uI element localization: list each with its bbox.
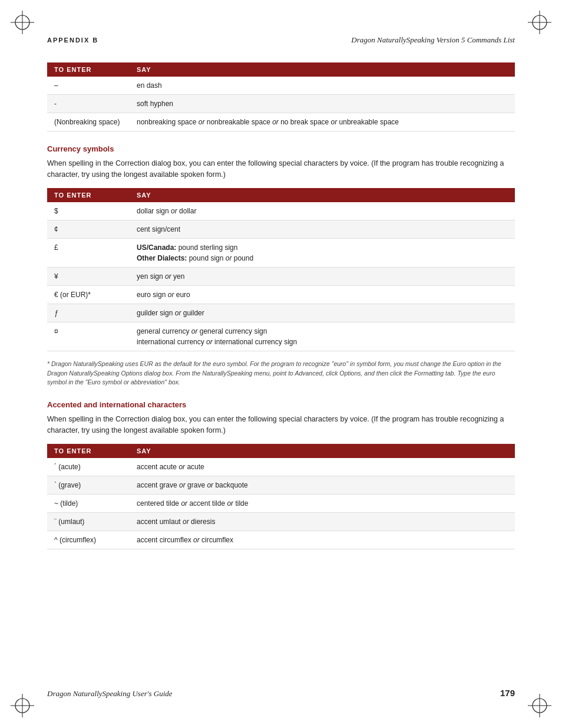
cell-say: centered tilde or accent tilde or tilde bbox=[130, 494, 515, 512]
cell-say: accent grave or grave or backquote bbox=[130, 476, 515, 494]
page: APPENDIX B Dragon NaturallySpeaking Vers… bbox=[0, 0, 562, 728]
cell-say: accent circumflex or circumflex bbox=[130, 531, 515, 549]
currency-body-text: When spelling in the Correction dialog b… bbox=[47, 158, 515, 181]
table-row: $ dollar sign or dollar bbox=[47, 202, 515, 220]
cell-enter: € (or EUR)* bbox=[47, 285, 130, 304]
euro-footnote: * Dragon NaturallySpeaking uses EUR as t… bbox=[47, 360, 515, 387]
col-say-currency: SAY bbox=[130, 188, 515, 202]
cell-say: soft hyphen bbox=[130, 95, 515, 113]
cell-enter: ¤ bbox=[47, 322, 130, 351]
accented-section-heading: Accented and international characters bbox=[47, 400, 515, 409]
corner-mark-br bbox=[528, 694, 551, 717]
cell-enter: ~ (tilde) bbox=[47, 494, 130, 512]
cell-say: accent umlaut or dieresis bbox=[130, 512, 515, 531]
currency-section-heading: Currency symbols bbox=[47, 144, 515, 153]
table-row: ¢ cent sign/cent bbox=[47, 220, 515, 238]
table-row: ¥ yen sign or yen bbox=[47, 267, 515, 285]
page-header: APPENDIX B Dragon NaturallySpeaking Vers… bbox=[47, 35, 515, 45]
footer-title: Dragon NaturallySpeaking User's Guide bbox=[47, 689, 173, 699]
cell-enter: ´ (acute) bbox=[47, 458, 130, 476]
table-row: - soft hyphen bbox=[47, 95, 515, 113]
cell-say: cent sign/cent bbox=[130, 220, 515, 238]
cell-enter: ^ (circumflex) bbox=[47, 531, 130, 549]
cell-enter: – bbox=[47, 77, 130, 95]
currency-table: TO ENTER SAY $ dollar sign or dollar ¢ c… bbox=[47, 188, 515, 351]
cell-enter: £ bbox=[47, 238, 130, 267]
cell-say: dollar sign or dollar bbox=[130, 202, 515, 220]
cell-enter: ƒ bbox=[47, 304, 130, 322]
table-row: ~ (tilde) centered tilde or accent tilde… bbox=[47, 494, 515, 512]
cell-enter: - bbox=[47, 95, 130, 113]
page-footer: Dragon NaturallySpeaking User's Guide 17… bbox=[47, 688, 515, 699]
table-row: ƒ guilder sign or guilder bbox=[47, 304, 515, 322]
punctuation-table: TO ENTER SAY – en dash - soft hyphen (No… bbox=[47, 62, 515, 131]
col-enter-accented: TO ENTER bbox=[47, 444, 130, 458]
cell-enter: (Nonbreaking space) bbox=[47, 113, 130, 131]
page-number: 179 bbox=[500, 688, 515, 698]
cell-say: general currency or general currency sig… bbox=[130, 322, 515, 351]
cell-say: nonbreaking space or nonbreakable space … bbox=[130, 113, 515, 131]
accented-table: TO ENTER SAY ´ (acute) accent acute or a… bbox=[47, 444, 515, 549]
table-row: ^ (circumflex) accent circumflex or circ… bbox=[47, 531, 515, 549]
accented-body-text: When spelling in the Correction dialog b… bbox=[47, 414, 515, 437]
cell-enter: ¢ bbox=[47, 220, 130, 238]
corner-mark-tl bbox=[11, 11, 34, 34]
table-row: – en dash bbox=[47, 77, 515, 95]
table-row: ´ (acute) accent acute or acute bbox=[47, 458, 515, 476]
appendix-label: APPENDIX B bbox=[47, 37, 98, 44]
table-row: £ US/Canada: pound sterling signOther Di… bbox=[47, 238, 515, 267]
table-row: ¨ (umlaut) accent umlaut or dieresis bbox=[47, 512, 515, 531]
cell-enter: $ bbox=[47, 202, 130, 220]
cell-enter: ¨ (umlaut) bbox=[47, 512, 130, 531]
table-row: ¤ general currency or general currency s… bbox=[47, 322, 515, 351]
cell-say: US/Canada: pound sterling signOther Dial… bbox=[130, 238, 515, 267]
col-enter-currency: TO ENTER bbox=[47, 188, 130, 202]
col-say-1: SAY bbox=[130, 62, 515, 77]
chapter-title: Dragon NaturallySpeaking Version 5 Comma… bbox=[351, 35, 515, 45]
corner-mark-bl bbox=[11, 694, 34, 717]
table-row: (Nonbreaking space) nonbreaking space or… bbox=[47, 113, 515, 131]
cell-enter: ` (grave) bbox=[47, 476, 130, 494]
cell-say: yen sign or yen bbox=[130, 267, 515, 285]
cell-say: en dash bbox=[130, 77, 515, 95]
table-row: ` (grave) accent grave or grave or backq… bbox=[47, 476, 515, 494]
corner-mark-tr bbox=[528, 11, 551, 34]
table-row: € (or EUR)* euro sign or euro bbox=[47, 285, 515, 304]
col-say-accented: SAY bbox=[130, 444, 515, 458]
cell-say: guilder sign or guilder bbox=[130, 304, 515, 322]
cell-say: accent acute or acute bbox=[130, 458, 515, 476]
col-enter-1: TO ENTER bbox=[47, 62, 130, 77]
cell-say: euro sign or euro bbox=[130, 285, 515, 304]
cell-enter: ¥ bbox=[47, 267, 130, 285]
